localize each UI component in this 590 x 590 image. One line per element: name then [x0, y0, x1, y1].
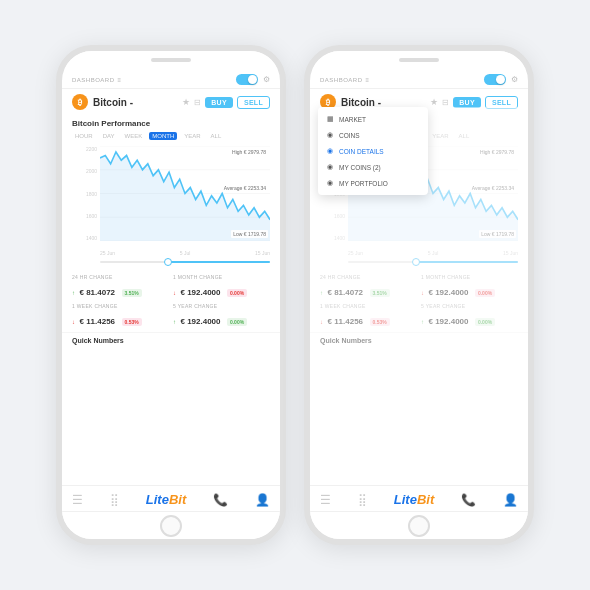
stat-row: ↓ € 192.4000 0.00%	[173, 281, 270, 299]
time-filter-month[interactable]: MONTH	[149, 132, 177, 140]
dropdown-item-icon: ◉	[326, 179, 334, 187]
person-icon[interactable]: 👤	[255, 493, 270, 507]
dropdown-item-label: COIN DETAILS	[339, 148, 384, 155]
grid-icon[interactable]: ⣿	[110, 493, 119, 507]
star-icon[interactable]: ★	[182, 97, 190, 107]
dropdown-item-label: MARKET	[339, 116, 366, 123]
time-filter-year[interactable]: YEAR	[181, 132, 203, 140]
dropdown-item[interactable]: ◉ COINS	[318, 127, 428, 143]
chart-x-label: 15 Jun	[255, 250, 270, 256]
star-icon[interactable]: ★	[430, 97, 438, 107]
app-content: DASHBOARD ≡ ⚙ ₿ Bitcoin - ★ ⊟ BUY	[62, 69, 280, 485]
chart-area: 22002000180016001400 High € 2979.78 Aver…	[72, 146, 270, 256]
header-right: ⚙	[236, 74, 270, 85]
toggle-knob	[248, 75, 257, 84]
bottom-nav: ☰ ⣿ LiteBit 📞 👤	[62, 485, 280, 511]
gear-icon[interactable]: ⚙	[263, 75, 270, 84]
time-filter-hour[interactable]: HOUR	[72, 132, 96, 140]
gear-icon[interactable]: ⚙	[511, 75, 518, 84]
app-content: DASHBOARD ≡ ⚙ ₿ Bitcoin - ★ ⊟ BUY	[310, 69, 528, 485]
toggle-switch[interactable]	[236, 74, 258, 85]
litebit-logo[interactable]: LiteBit	[146, 492, 186, 507]
dropdown-item[interactable]: ◉ MY COINS (2)	[318, 159, 428, 175]
toggle-switch[interactable]	[484, 74, 506, 85]
bottom-nav: ☰ ⣿ LiteBit 📞 👤	[310, 485, 528, 511]
phone-top-bar	[62, 51, 280, 69]
phone-icon[interactable]: 📞	[213, 493, 228, 507]
quick-numbers-title: Quick Numbers	[72, 337, 270, 344]
stat-label: 24 HR CHANGE	[72, 274, 169, 280]
stats-grid: 24 HR CHANGE ↑ € 81.4072 3.51% 1 MONTH C…	[62, 270, 280, 332]
dashboard-text: DASHBOARD	[72, 77, 115, 83]
dashboard-text: DASHBOARD	[320, 77, 363, 83]
coin-actions: ★ ⊟ BUY SELL	[182, 96, 270, 109]
dashboard-header: DASHBOARD ≡ ⚙	[62, 69, 280, 89]
phone-speaker	[399, 58, 439, 62]
time-filter-day[interactable]: DAY	[100, 132, 118, 140]
phone-bottom	[62, 511, 280, 539]
dropdown-item-label: MY PORTFOLIO	[339, 180, 388, 187]
home-button[interactable]	[160, 515, 182, 537]
phone-bottom	[310, 511, 528, 539]
menu-icon[interactable]: ≡	[118, 77, 122, 83]
hamburger-icon[interactable]: ☰	[320, 493, 331, 507]
range-slider[interactable]	[100, 258, 270, 266]
stat-row: ↑ € 81.4072 3.51%	[72, 281, 169, 299]
btc-icon: ₿	[72, 94, 88, 110]
stat-row: ↓ € 11.4256 0.53%	[72, 310, 169, 328]
chart-y-label: 1400	[72, 235, 97, 241]
stat-value: € 11.4256	[79, 317, 115, 326]
dropdown-item[interactable]: ◉ MY PORTFOLIO	[318, 175, 428, 191]
phone-speaker	[151, 58, 191, 62]
phone-icon[interactable]: 📞	[461, 493, 476, 507]
person-icon[interactable]: 👤	[503, 493, 518, 507]
coin-row: ₿ Bitcoin - ★ ⊟ BUY SELL	[62, 89, 280, 115]
stat-value: € 192.4000	[180, 317, 220, 326]
quick-numbers-section: Quick Numbers	[62, 332, 280, 346]
chart-y-labels: 22002000180016001400	[72, 146, 97, 241]
range-fill	[168, 261, 270, 263]
trash-icon[interactable]: ⊟	[194, 98, 201, 107]
stat-item: 24 HR CHANGE ↑ € 81.4072 3.51%	[72, 274, 169, 299]
trash-icon[interactable]: ⊟	[442, 98, 449, 107]
chart-y-label: 2200	[72, 146, 97, 152]
hamburger-icon[interactable]: ☰	[72, 493, 83, 507]
stat-badge: 0.00%	[227, 318, 247, 326]
dropdown-item[interactable]: ▦ MARKET	[318, 111, 428, 127]
toggle-knob	[496, 75, 505, 84]
menu-icon[interactable]: ≡	[366, 77, 370, 83]
stat-item: 1 WEEK CHANGE ↓ € 11.4256 0.53%	[72, 303, 169, 328]
coin-name: Bitcoin -	[93, 97, 177, 108]
stat-label: 1 MONTH CHANGE	[173, 274, 270, 280]
litebit-logo[interactable]: LiteBit	[394, 492, 434, 507]
chart-svg	[100, 146, 270, 241]
dashboard-label: DASHBOARD ≡	[320, 77, 370, 83]
chart-y-label: 2000	[72, 168, 97, 174]
dashboard-header: DASHBOARD ≡ ⚙	[310, 69, 528, 89]
stat-arrow: ↓	[173, 290, 176, 296]
stat-label: 1 WEEK CHANGE	[72, 303, 169, 309]
chart-y-label: 1600	[72, 213, 97, 219]
stat-arrow: ↑	[173, 319, 176, 325]
time-filter-all[interactable]: ALL	[208, 132, 225, 140]
dropdown-menu: ▦ MARKET ◉ COINS ◉ COIN DETAILS	[318, 107, 428, 195]
stat-arrow: ↑	[72, 290, 75, 296]
chart-x-label: 5 Jul	[180, 250, 191, 256]
chart-x-label: 25 Jun	[100, 250, 115, 256]
stat-badge: 0.53%	[122, 318, 142, 326]
stat-item: 5 YEAR CHANGE ↑ € 192.4000 0.00%	[173, 303, 270, 328]
sell-button[interactable]: SELL	[237, 96, 270, 109]
grid-icon[interactable]: ⣿	[358, 493, 367, 507]
chart-low-label: Low € 1719.78	[231, 230, 268, 238]
buy-button[interactable]: BUY	[205, 97, 233, 108]
stat-badge: 0.00%	[227, 289, 247, 297]
time-filter-week[interactable]: WEEK	[122, 132, 146, 140]
home-button[interactable]	[408, 515, 430, 537]
dropdown-item-label: COINS	[339, 132, 360, 139]
chart-avg-label: Average € 2253.34	[222, 184, 268, 192]
stat-badge: 3.51%	[122, 289, 142, 297]
phone-right: DASHBOARD ≡ ⚙ ₿ Bitcoin - ★ ⊟ BUY	[304, 45, 534, 545]
buy-button[interactable]: BUY	[453, 97, 481, 108]
dropdown-item[interactable]: ◉ COIN DETAILS	[318, 143, 428, 159]
chart-x-labels: 25 Jun5 Jul15 Jun	[100, 250, 270, 256]
